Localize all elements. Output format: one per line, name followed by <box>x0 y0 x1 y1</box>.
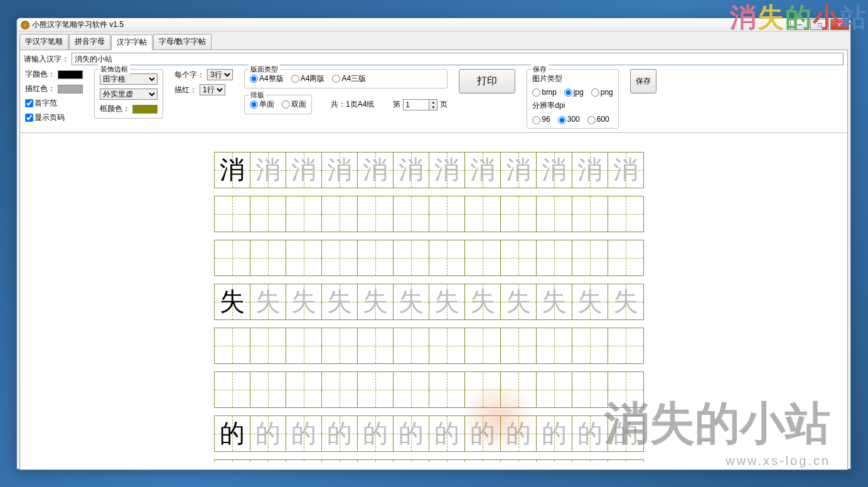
minimize-button[interactable]: ─ <box>790 19 809 30</box>
image-type-label: 图片类型 <box>532 74 562 83</box>
grid-cell <box>393 328 429 364</box>
grid-cell: 消 <box>572 152 608 188</box>
grid-cell: 失 <box>286 284 322 320</box>
side-single[interactable]: 单面 <box>250 99 274 110</box>
char-color-label: 字颜色： <box>25 69 55 80</box>
dpi-300[interactable]: 300 <box>558 115 580 124</box>
tab-pinyin[interactable]: 拼音字母 <box>69 34 110 50</box>
hanzi-input[interactable] <box>72 53 844 65</box>
layout-legend: 版面类型 <box>249 65 280 74</box>
trace-rows-select[interactable]: 1行 <box>200 84 225 95</box>
grid-cell <box>572 459 608 462</box>
grid-type-select[interactable]: 田字格 <box>100 73 158 85</box>
dpi-label: 分辨率dpi <box>532 101 565 110</box>
border-style-select[interactable]: 外实里虚 <box>100 88 158 100</box>
input-label: 请输入汉字： <box>24 54 69 65</box>
grid-cell <box>393 196 429 232</box>
grid-cell <box>286 328 322 364</box>
layout-a4-two[interactable]: A4两版 <box>291 73 325 84</box>
tab-letter-number[interactable]: 字母/数字字帖 <box>153 34 212 50</box>
grid-cell: 失 <box>536 284 572 320</box>
grid-cell <box>536 196 572 232</box>
main-window: 小熊汉字笔顺学习软件 v1.5 ─ □ ✕ 学汉字笔顺 拼音字母 汉字字帖 字母… <box>16 18 851 469</box>
layout-a4-full[interactable]: A4整版 <box>250 73 284 84</box>
grid-cell <box>572 328 608 364</box>
grid-cell <box>286 240 322 276</box>
grid-cell: 消 <box>536 152 572 188</box>
grid-cell <box>464 459 501 462</box>
grid-cell <box>250 328 286 364</box>
grid-cell <box>357 328 394 364</box>
grid-cell <box>608 196 644 232</box>
grid-cell: 失 <box>500 284 537 320</box>
grid-cell <box>357 459 394 462</box>
type-png[interactable]: png <box>591 88 613 97</box>
grid-cell <box>608 328 644 364</box>
tab-stroke-order[interactable]: 学汉字笔顺 <box>19 34 68 50</box>
close-button[interactable]: ✕ <box>830 19 849 30</box>
grid-cell <box>321 459 358 462</box>
grid-cell <box>321 372 358 408</box>
grid-cell <box>214 196 250 232</box>
grid-cell <box>608 459 644 462</box>
grid-cell <box>464 196 501 232</box>
grid-cell <box>429 196 465 232</box>
app-icon <box>21 21 29 29</box>
grid-cell <box>357 240 394 276</box>
first-char-checkbox[interactable]: 首字范 <box>25 98 57 109</box>
grid-cell <box>464 328 501 364</box>
preview-area[interactable]: 消消消消消消消消消消消消失失失失失失失失失失失失的的的的的的的的的的的的 <box>20 132 847 462</box>
type-jpg[interactable]: jpg <box>564 88 584 97</box>
grid-row: 消消消消消消消消消消消消 <box>214 152 653 188</box>
grid-cell: 消 <box>464 152 501 188</box>
grid-cell: 消 <box>357 152 394 188</box>
layout-a4-three[interactable]: A4三版 <box>332 73 366 84</box>
side-double[interactable]: 双面 <box>282 99 306 110</box>
maximize-button[interactable]: □ <box>810 19 829 30</box>
grid-row <box>214 459 653 462</box>
show-page-checkbox[interactable]: 显示页码 <box>25 112 65 123</box>
grid-cell: 消 <box>250 152 286 188</box>
grid-cell <box>500 196 537 232</box>
grid-cell <box>214 372 250 408</box>
grid-cell: 的 <box>572 415 608 452</box>
dpi-96[interactable]: 96 <box>532 115 550 124</box>
border-color-swatch[interactable] <box>132 105 158 114</box>
grid-cell <box>536 328 572 364</box>
trace-rows-label: 描红： <box>174 85 197 95</box>
trace-color-swatch[interactable] <box>58 85 83 94</box>
page-spinner[interactable]: ▲▼ <box>403 99 437 110</box>
dpi-600[interactable]: 600 <box>587 115 609 124</box>
grid-cell <box>500 240 537 276</box>
grid-cell <box>536 459 572 462</box>
tab-hanzi-copybook[interactable]: 汉字字帖 <box>111 35 153 50</box>
grid-cell <box>393 372 429 408</box>
char-color-swatch[interactable] <box>58 70 83 79</box>
tab-panel: 请输入汉字： 字颜色： 描红色： 首字范 显示页码 装饰边框 田字格 外实里虚 … <box>19 50 848 470</box>
grid-cell <box>250 372 286 408</box>
grid-cell <box>286 459 322 462</box>
grid-row: 的的的的的的的的的的的的 <box>214 415 653 452</box>
grid-cell <box>393 240 429 276</box>
titlebar: 小熊汉字笔顺学习软件 v1.5 ─ □ ✕ <box>17 18 850 32</box>
per-char-select[interactable]: 3行 <box>207 69 233 80</box>
grid-cell: 失 <box>321 284 358 320</box>
print-button[interactable]: 打印 <box>459 69 515 94</box>
grid-cell <box>321 328 358 364</box>
grid-cell <box>608 372 644 408</box>
grid-cell <box>357 196 394 232</box>
grid-cell: 失 <box>357 284 394 320</box>
grid-cell: 失 <box>250 284 286 320</box>
grid-cell: 失 <box>393 284 429 320</box>
grid-cell: 的 <box>214 415 250 452</box>
grid-row <box>214 196 653 232</box>
type-bmp[interactable]: bmp <box>532 88 556 97</box>
grid-cell: 失 <box>464 284 501 320</box>
grid-cell: 消 <box>214 152 250 188</box>
save-button[interactable]: 保存 <box>630 69 656 94</box>
grid-cell <box>429 328 465 364</box>
grid-cell <box>286 372 322 408</box>
grid-row <box>214 240 653 276</box>
grid-cell: 的 <box>357 415 394 452</box>
grid-cell: 失 <box>572 284 608 320</box>
